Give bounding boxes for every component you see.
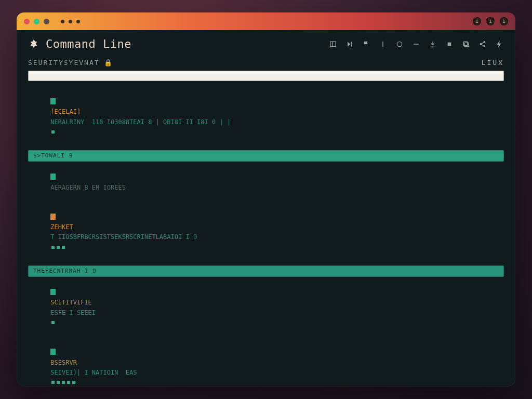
svg-point-10: [484, 41, 485, 43]
dot-icon: [62, 246, 65, 249]
cursor-icon: [51, 130, 55, 134]
bolt-icon[interactable]: [495, 39, 504, 49]
flag-icon[interactable]: [362, 39, 371, 49]
block-icon: [50, 98, 56, 104]
output-line: AERAGERN B EN IOREES: [28, 163, 504, 203]
panel-icon[interactable]: [328, 39, 338, 49]
app-title: Command Line: [46, 37, 131, 50]
dot-icon: [62, 381, 65, 384]
svg-point-9: [480, 43, 482, 45]
svg-rect-2: [351, 42, 352, 46]
minus-icon[interactable]: [411, 39, 421, 49]
block-icon: [50, 214, 56, 220]
dot-icon: [57, 246, 60, 249]
share-icon[interactable]: [478, 39, 487, 49]
output-line: SCITITVIFIE ESFE I SEEEI: [28, 278, 504, 338]
copy-icon[interactable]: [461, 39, 471, 49]
titlebar-extra-dots: [61, 20, 80, 23]
app-logo-icon: [28, 38, 39, 50]
output-line: ZEHKET T IIOSBFRBCRSISTSEKSRSCRINETLABAI…: [28, 203, 504, 262]
block-icon: [50, 349, 56, 355]
skip-icon[interactable]: [345, 39, 354, 49]
app-window: i i i Command Line SEURITYSYEVNAT 🔒 LIUX: [17, 12, 515, 387]
section-bar: $>TOWALI 9: [28, 150, 504, 162]
svg-rect-8: [463, 42, 467, 45]
svg-rect-0: [330, 42, 336, 46]
output-line: BSESRVR SEIVEI)| I NATIOIN EAS: [28, 338, 504, 387]
log-text: ESFE I SEEEI: [50, 309, 96, 316]
log-text: T IIOSBFRBCRSISTSEKSRSCRINETLABAIOI I 0: [50, 233, 197, 241]
search-input[interactable]: [28, 71, 504, 81]
dot-icon: [51, 246, 55, 249]
dot-icon: [72, 381, 75, 384]
maximize-icon[interactable]: [44, 19, 49, 24]
close-icon[interactable]: [24, 19, 30, 24]
dot-icon: [76, 20, 80, 23]
download-icon[interactable]: [428, 39, 437, 49]
circle-icon[interactable]: [395, 39, 404, 49]
section-label: SEURITYSYEVNAT: [28, 59, 100, 66]
dot-icon: [51, 321, 55, 324]
dot-icon: [57, 381, 60, 384]
svg-rect-7: [464, 43, 468, 46]
stop-icon[interactable]: [445, 39, 454, 49]
toolbar: [328, 39, 504, 49]
minimize-icon[interactable]: [34, 19, 39, 24]
dot-icon: [67, 381, 70, 384]
block-icon: [50, 174, 56, 180]
terminal-output[interactable]: [ECELAI] NERALRINY 110 IO3088TEAI 8 | OB…: [17, 85, 515, 387]
log-tag: BSESRVR: [50, 359, 77, 366]
dot-icon: [51, 381, 55, 384]
titlebar-badge[interactable]: i: [500, 17, 508, 25]
dot-icon: [61, 20, 64, 23]
pipe-icon[interactable]: [378, 39, 388, 49]
log-text: NERALRINY 110 IO3088TEAI 8 | OBI8I II I8…: [50, 118, 231, 126]
titlebar-right: i i i: [473, 17, 508, 25]
svg-point-4: [397, 42, 402, 46]
sub-header: SEURITYSYEVNAT 🔒 LIUX: [17, 56, 515, 71]
platform-label: LIUX: [482, 59, 504, 66]
log-tag: SCITITVIFIE: [50, 299, 91, 306]
log-tag: ZEHKET: [50, 223, 73, 231]
svg-rect-6: [448, 42, 451, 46]
log-text: SEIVEI)| I NATIOIN EAS: [50, 369, 137, 376]
section-bar: THEFECNTRNAH I D: [28, 265, 504, 277]
svg-point-11: [484, 45, 485, 47]
titlebar-badge[interactable]: i: [473, 17, 481, 25]
log-tag: [ECELAI]: [50, 108, 81, 115]
dot-icon: [69, 20, 72, 23]
traffic-lights: [24, 19, 49, 24]
block-icon: [50, 289, 56, 295]
titlebar-badge[interactable]: i: [486, 17, 495, 25]
log-text: AERAGERN B EN IOREES: [50, 184, 126, 191]
lock-icon: 🔒: [104, 59, 113, 66]
output-line: [ECELAI] NERALRINY 110 IO3088TEAI 8 | OB…: [28, 87, 504, 147]
header: Command Line: [17, 30, 515, 56]
titlebar[interactable]: i i i: [17, 12, 515, 30]
